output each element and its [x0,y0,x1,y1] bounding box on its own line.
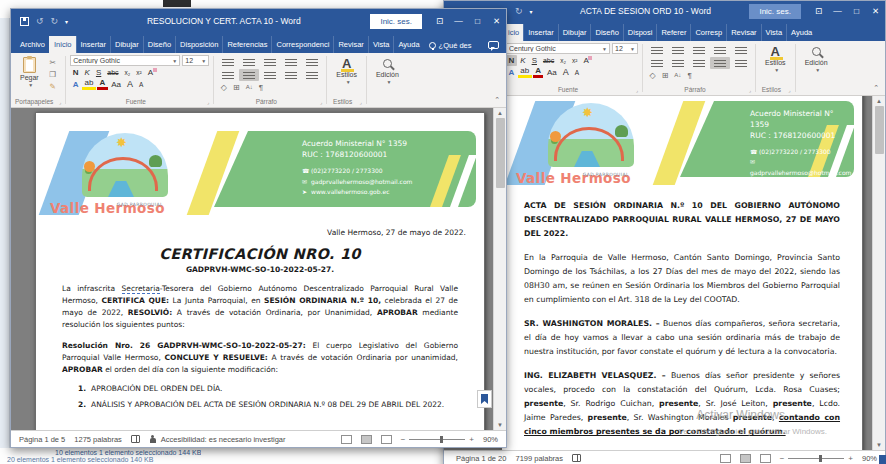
sign-in-button[interactable]: Inic. ses. [370,14,422,29]
decrease-indent-icon[interactable] [710,44,730,56]
file-explorer-statusbar[interactable]: 20 elementos 1 elemento seleccionado 140… [7,456,153,463]
print-layout-icon[interactable] [361,435,372,444]
read-mode-icon[interactable] [720,454,731,463]
format-painter-icon[interactable]: ✎ [46,81,60,92]
tab-referer[interactable]: Referer [656,24,690,41]
tab-dise-o[interactable]: Diseño [590,24,622,41]
change-case-button[interactable]: Aa [544,67,559,78]
underline-button[interactable]: S [93,67,103,78]
zoom-in-icon[interactable]: + [469,435,474,444]
superscript-button[interactable]: x² [570,55,580,66]
zoom-in-icon[interactable]: + [848,454,853,463]
increase-indent-icon[interactable] [302,56,322,68]
tab-archivo[interactable]: Archivo [16,36,49,53]
superscript-button[interactable]: x² [134,67,144,78]
numbering-icon[interactable] [239,56,259,68]
vertical-scrollbar[interactable]: ▲ ▼ [872,96,885,450]
ribbon-display-options-icon[interactable]: ⊡ [809,0,828,23]
zoom-slider[interactable]: − + [401,435,474,444]
word-window-resolucion[interactable]: ↺ ↻ ▾ RESOLUCION Y CERT. ACTA 10 - Word … [10,8,507,448]
scroll-up-icon[interactable]: ▲ [876,96,882,106]
document-page[interactable]: Acuerdo Ministerial N° 1359 RUC : 176812… [501,96,863,450]
strikethrough-button[interactable]: abc [105,67,121,78]
collapse-ribbon-icon[interactable]: ⌃ [873,84,879,92]
align-center-icon[interactable] [668,57,688,69]
document-page[interactable]: Acuerdo Ministerial N° 1359 RUC : 176812… [35,112,485,430]
shrink-font-button[interactable]: A [572,67,581,78]
clear-formatting-button[interactable]: A [581,55,591,66]
pilcrow-icon[interactable]: ¶ [685,70,694,81]
scroll-down-icon[interactable]: ▼ [876,440,882,450]
subscript-button[interactable]: x₂ [122,67,133,78]
grow-font-button[interactable]: A [560,67,571,78]
font-name-select[interactable]: Century Gothic▼ [70,55,180,66]
align-center-icon[interactable] [239,69,259,81]
dialog-launcher-icon[interactable]: ⌟ [360,99,362,105]
sort-icon[interactable]: A↓ [243,82,255,93]
tab-ayuda[interactable]: Ayuda [393,36,423,53]
editing-button[interactable]: Edición ▼ [371,55,404,87]
change-case-button[interactable]: Aa [109,79,124,90]
align-right-icon[interactable] [260,69,280,81]
multilevel-list-icon[interactable] [689,44,709,56]
borders-icon[interactable]: ⊞ [659,70,671,81]
line-spacing-icon[interactable] [731,57,751,69]
underline-button[interactable]: S [529,55,539,66]
dialog-launcher-icon[interactable]: ⌟ [59,99,61,105]
proofing-icon[interactable] [572,454,581,462]
strikethrough-button[interactable]: abc [540,55,556,66]
undo-icon[interactable]: ↺ [36,16,44,26]
dialog-launcher-icon[interactable]: ⌟ [207,99,209,105]
pilcrow-icon[interactable]: ¶ [256,82,265,93]
page-indicator[interactable]: Página 1 de 5 [19,435,65,444]
subscript-button[interactable]: x₂ [558,55,569,66]
tab-revisar[interactable]: Revisar [726,24,760,41]
decrease-indent-icon[interactable] [281,56,301,68]
styles-button[interactable]: A Estilos ▼ [760,43,791,75]
proofing-icon[interactable] [131,435,140,443]
increase-indent-icon[interactable] [731,44,751,56]
justify-icon[interactable] [281,69,301,81]
shading-icon[interactable]: ◇ [647,70,658,81]
print-layout-icon[interactable] [740,454,751,463]
collapse-ribbon-icon[interactable]: ⌃ [494,96,500,104]
tab-correspondenci[interactable]: Correspondenci [271,36,333,53]
styles-button[interactable]: A Estilos ▼ [331,55,362,87]
title-bar[interactable]: ↺ ↻ ▾ RESOLUCION Y CERT. ACTA 10 - Word … [11,9,506,33]
tab-disposici-n[interactable]: Disposición [175,36,222,53]
close-button[interactable]: ✕ [487,9,506,33]
dialog-launcher-icon[interactable]: ⌟ [749,87,751,93]
scrollbar-thumb[interactable] [496,118,505,188]
customize-quick-access-icon[interactable]: ▾ [530,8,533,15]
text-effects-button[interactable]: A [506,67,517,78]
tab-ayuda[interactable]: Ayuda [786,24,816,41]
zoom-out-icon[interactable]: − [401,435,406,444]
cut-icon[interactable]: ✂ [46,57,60,68]
multilevel-list-icon[interactable] [260,56,280,68]
sign-in-button[interactable]: Inic. ses. [749,4,801,19]
zoom-slider-thumb[interactable] [819,455,822,462]
minimize-button[interactable]: — [449,9,468,33]
read-mode-icon[interactable] [341,435,352,444]
maximize-button[interactable]: □ [847,0,866,23]
zoom-level[interactable]: 90% [862,454,877,463]
align-right-icon[interactable] [689,57,709,69]
font-name-select[interactable]: Century Gothic▼ [506,43,610,54]
shrink-font-button[interactable]: A [137,79,146,90]
tab-dise-o[interactable]: Diseño [143,36,175,53]
tab-revisar[interactable]: Revisar [333,36,367,53]
redo-icon[interactable]: ↻ [51,16,59,26]
justify-icon[interactable] [710,57,730,69]
tab-disposi[interactable]: Disposi [623,24,657,41]
font-size-select[interactable]: 12▼ [612,43,638,54]
word-count[interactable]: 1275 palabras [74,435,122,444]
scroll-up-icon[interactable]: ▲ [497,108,503,118]
close-button[interactable]: ✕ [866,0,885,23]
tab-vista[interactable]: Vista [761,24,787,41]
numbering-icon[interactable] [668,44,688,56]
font-color-button[interactable]: A [533,67,544,78]
editing-button[interactable]: Edición ▼ [800,43,833,75]
scrollbar-thumb[interactable] [875,106,884,154]
bullets-icon[interactable] [647,44,667,56]
document-area[interactable]: Acuerdo Ministerial N° 1359 RUC : 176812… [444,96,885,450]
